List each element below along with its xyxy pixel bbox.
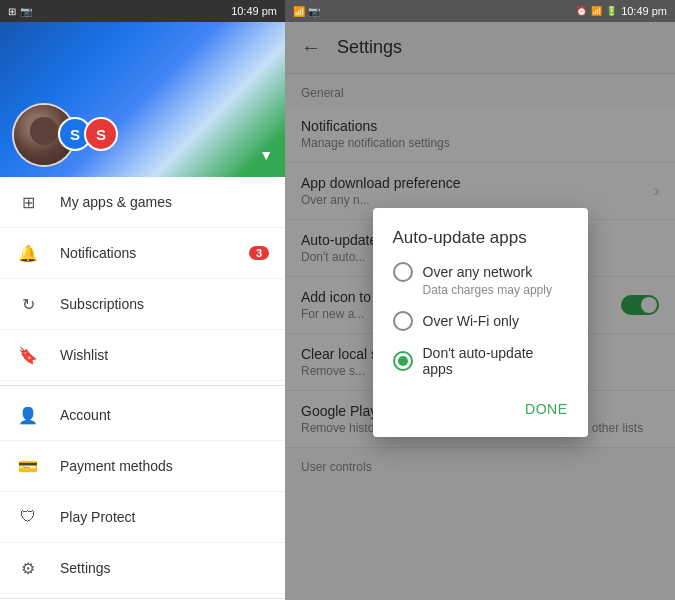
dialog-title: Auto-update apps [373,208,588,262]
auto-update-dialog: Auto-update apps Over any network Data c… [373,208,588,437]
dialog-actions: DONE [373,391,588,437]
nav-label-subscriptions: Subscriptions [60,296,269,312]
profile-s2-badge: S [84,117,118,151]
left-status-icon-photo: 📷 [20,6,32,17]
wishlist-icon: 🔖 [16,343,40,367]
protect-icon: 🛡 [16,505,40,529]
nav-label-settings: Settings [60,560,269,576]
subscriptions-icon: ↻ [16,292,40,316]
modal-overlay: Auto-update apps Over any network Data c… [285,22,675,600]
nav-item-my-apps[interactable]: ⊞ My apps & games [0,177,285,228]
right-status-icon-signal: 📶 [293,6,305,17]
radio-option-over-network[interactable]: Over any network Data charges may apply [393,262,568,297]
radio-option-wifi-only[interactable]: Over Wi-Fi only [393,311,568,331]
done-button[interactable]: DONE [517,395,575,423]
nav-label-account: Account [60,407,269,423]
dropdown-arrow-icon[interactable]: ▼ [259,147,273,163]
profile-header[interactable]: S S ▼ [0,22,285,177]
notifications-icon: 🔔 [16,241,40,265]
my-apps-icon: ⊞ [16,190,40,214]
nav-label-my-apps: My apps & games [60,194,269,210]
nav-label-protect: Play Protect [60,509,269,525]
radio-circle-wifi-only [393,311,413,331]
notifications-badge: 3 [249,246,269,260]
radio-option-dont-update[interactable]: Don't auto-update apps [393,345,568,377]
dialog-options: Over any network Data charges may apply … [373,262,588,377]
radio-circle-dont-update [393,351,413,371]
nav-divider-2 [0,598,285,599]
nav-label-payment: Payment methods [60,458,269,474]
nav-item-subscriptions[interactable]: ↻ Subscriptions [0,279,285,330]
settings-icon: ⚙ [16,556,40,580]
nav-menu: ⊞ My apps & games 🔔 Notifications 3 ↻ Su… [0,177,285,600]
left-status-icon-menu: ⊞ [8,6,16,17]
left-panel: S S ▼ ⊞ My apps & games 🔔 Notifications … [0,22,285,600]
right-status-icon-battery: 🔋 [606,6,617,16]
right-status-icon-photo: 📷 [308,6,320,17]
radio-label-over-network: Over any network [423,264,533,280]
right-panel: ← Settings General Notifications Manage … [285,22,675,600]
nav-item-account[interactable]: 👤 Account [0,390,285,441]
nav-item-settings[interactable]: ⚙ Settings [0,543,285,594]
payment-icon: 💳 [16,454,40,478]
nav-item-wishlist[interactable]: 🔖 Wishlist [0,330,285,381]
nav-divider-1 [0,385,285,386]
nav-item-payment[interactable]: 💳 Payment methods [0,441,285,492]
nav-label-notifications: Notifications [60,245,249,261]
radio-circle-over-network [393,262,413,282]
account-icon: 👤 [16,403,40,427]
radio-label-dont-update: Don't auto-update apps [423,345,568,377]
radio-label-wifi-only: Over Wi-Fi only [423,313,519,329]
nav-label-wishlist: Wishlist [60,347,269,363]
nav-item-protect[interactable]: 🛡 Play Protect [0,492,285,543]
right-status-icon-alarm: ⏰ [576,6,587,16]
right-status-time: 10:49 pm [621,5,667,17]
radio-sublabel-over-network: Data charges may apply [423,283,568,297]
right-status-icon-wifi: 📶 [591,6,602,16]
left-status-time: 10:49 pm [231,5,277,17]
nav-item-notifications[interactable]: 🔔 Notifications 3 [0,228,285,279]
